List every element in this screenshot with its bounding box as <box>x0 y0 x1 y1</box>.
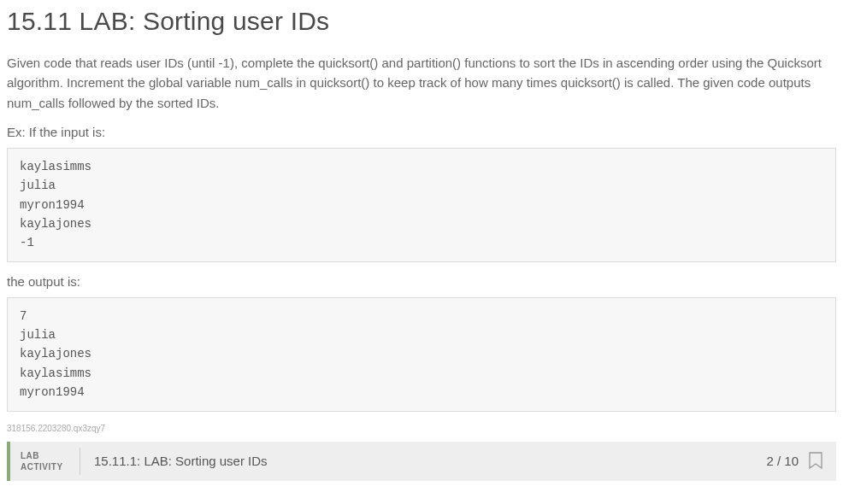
input-example-label: Ex: If the input is: <box>7 125 836 139</box>
page-title: 15.11 LAB: Sorting user IDs <box>7 7 836 36</box>
bookmark-icon[interactable] <box>807 451 824 472</box>
input-code-block: kaylasimms julia myron1994 kaylajones -1 <box>7 148 836 262</box>
problem-description: Given code that reads user IDs (until -1… <box>7 53 836 113</box>
activity-score: 2 / 10 <box>766 454 799 468</box>
activity-type-label: LAB ACTIVITY <box>10 448 80 475</box>
reference-id: 318156.2203280.qx3zqy7 <box>7 424 836 433</box>
output-example-label: the output is: <box>7 274 836 289</box>
activity-type-line2: ACTIVITY <box>21 461 63 472</box>
activity-type-line1: LAB <box>21 450 63 461</box>
activity-title: 15.11.1: LAB: Sorting user IDs <box>80 454 766 468</box>
output-code-block: 7 julia kaylajones kaylasimms myron1994 <box>7 297 836 412</box>
lab-activity-bar[interactable]: LAB ACTIVITY 15.11.1: LAB: Sorting user … <box>7 442 836 481</box>
